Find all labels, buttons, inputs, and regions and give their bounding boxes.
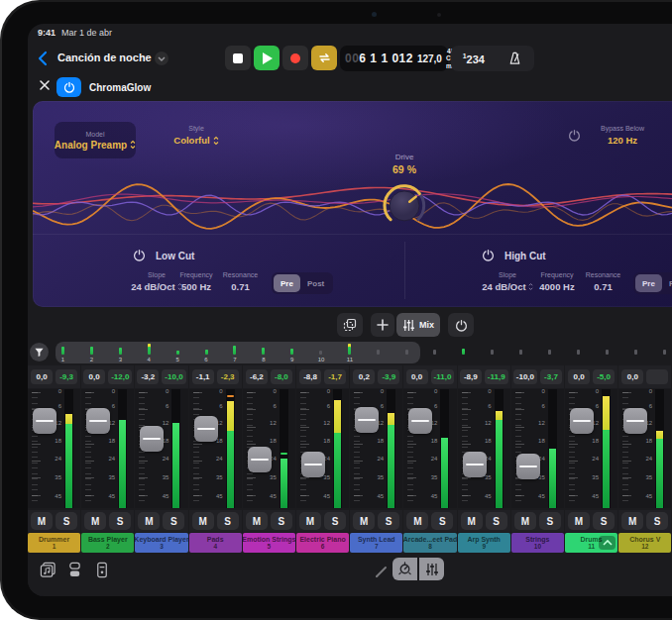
peak-chip[interactable]: -5,0	[593, 369, 615, 384]
bypass-below-control[interactable]: Bypass Below 120 Hz	[590, 125, 655, 146]
channel-name-label[interactable]: Arcade...eet Pad8	[403, 533, 456, 553]
mute-button[interactable]: M	[31, 512, 53, 530]
fader-handle[interactable]	[463, 452, 487, 477]
highcut-post-button[interactable]: Post	[662, 274, 672, 292]
solo-button[interactable]: S	[431, 512, 453, 530]
solo-button[interactable]: S	[378, 512, 399, 530]
fader-handle[interactable]	[570, 408, 594, 434]
fader-handle[interactable]	[194, 416, 218, 442]
fader-handle[interactable]	[408, 408, 432, 434]
project-menu-button[interactable]	[155, 52, 168, 65]
add-track-button[interactable]	[371, 313, 394, 337]
fader-handle[interactable]	[140, 426, 164, 452]
volume-chip[interactable]: -8,9	[460, 369, 482, 384]
plugins-button[interactable]	[64, 560, 84, 579]
peak-chip[interactable]: -2,3	[217, 369, 239, 384]
peak-chip[interactable]: -12,0	[108, 369, 132, 384]
plugin-power-button[interactable]	[56, 77, 81, 97]
solo-button[interactable]: S	[163, 512, 184, 530]
lowcut-resonance-control[interactable]: Resonance 0.71	[213, 271, 268, 292]
volume-chip[interactable]: 0,0	[406, 369, 428, 384]
volume-chip[interactable]: -1,1	[192, 369, 214, 384]
count-in-button[interactable]: 1234	[463, 52, 485, 65]
channel-name-label[interactable]: Strings10	[511, 533, 564, 553]
highcut-power-icon[interactable]	[482, 249, 495, 261]
pencil-icon[interactable]	[375, 565, 389, 578]
mute-button[interactable]: M	[461, 512, 483, 530]
lowcut-power-icon[interactable]	[133, 249, 146, 261]
navigator-visible-region[interactable]	[56, 342, 420, 363]
channel-name-label[interactable]: Arp Synth9	[458, 533, 510, 553]
solo-button[interactable]: S	[324, 512, 346, 530]
fader-handle[interactable]	[355, 407, 379, 433]
fader-handle[interactable]	[33, 408, 56, 434]
volume-chip[interactable]: -6,2	[246, 369, 268, 384]
mix-button[interactable]: Mix	[396, 313, 440, 337]
loops-browser-button[interactable]	[38, 560, 57, 579]
metronome-icon[interactable]	[507, 52, 522, 66]
mute-button[interactable]: M	[299, 512, 321, 530]
volume-chip[interactable]: 0,2	[353, 369, 375, 384]
fader-handle[interactable]	[248, 447, 272, 472]
channel-name-label[interactable]: Drummer1	[28, 533, 80, 553]
volume-chip[interactable]: -10,0	[513, 369, 537, 384]
expand-channel-button[interactable]	[599, 536, 616, 550]
mute-button[interactable]: M	[406, 512, 428, 530]
mute-button[interactable]: M	[568, 512, 590, 530]
peak-chip[interactable]: -1,7	[324, 369, 346, 384]
controls-view-button[interactable]	[392, 558, 417, 580]
filter-button[interactable]	[30, 343, 49, 362]
solo-button[interactable]: S	[593, 512, 615, 530]
mute-button[interactable]: M	[192, 512, 214, 530]
solo-button[interactable]: S	[217, 512, 239, 530]
highcut-pre-button[interactable]: Pre	[635, 274, 662, 292]
volume-chip[interactable]: 0,0	[621, 369, 643, 384]
record-button[interactable]	[282, 46, 308, 70]
channel-name-label[interactable]: Electric Piano6	[296, 533, 349, 553]
peak-chip[interactable]: -3,9	[378, 369, 399, 384]
volume-chip[interactable]: -3,2	[137, 369, 159, 384]
channel-name-label[interactable]: Emotion Strings5	[243, 533, 295, 553]
channel-name-label[interactable]: Keyboard Player3	[135, 533, 187, 553]
channel-name-label[interactable]: Pads4	[189, 533, 242, 553]
solo-button[interactable]: S	[486, 512, 507, 530]
channel-name-label[interactable]: Bass Player2	[81, 533, 134, 553]
style-selector[interactable]: Style Colorful	[137, 125, 256, 146]
solo-button[interactable]: S	[646, 512, 668, 530]
level-control[interactable]: Level 0.0	[659, 125, 672, 146]
lowcut-pre-button[interactable]: Pre	[274, 274, 300, 292]
channel-strip-button[interactable]	[92, 560, 112, 579]
peak-chip[interactable]: -11,9	[485, 369, 508, 384]
bypass-power-icon[interactable]	[568, 129, 581, 142]
mixer-power-button[interactable]	[448, 313, 474, 337]
peak-chip[interactable]: -3,7	[540, 369, 562, 384]
duplicate-button[interactable]	[337, 313, 363, 337]
mute-button[interactable]: M	[353, 512, 375, 530]
stop-button[interactable]	[225, 46, 251, 70]
model-selector[interactable]: Model Analog Preamp	[55, 122, 136, 158]
peak-chip[interactable]: -9,3	[56, 369, 77, 384]
fader-handle[interactable]	[623, 408, 647, 434]
play-button[interactable]	[254, 46, 280, 70]
peak-chip[interactable]: -8,0	[271, 369, 292, 384]
mute-button[interactable]: M	[246, 512, 268, 530]
faders-view-button[interactable]	[419, 558, 444, 580]
mute-button[interactable]: M	[514, 512, 536, 530]
solo-button[interactable]: S	[56, 512, 77, 530]
lowcut-post-button[interactable]: Post	[300, 274, 331, 292]
close-icon[interactable]	[39, 79, 51, 91]
mute-button[interactable]: M	[138, 512, 160, 530]
solo-button[interactable]: S	[539, 512, 561, 530]
lcd-display[interactable]: 006 1 1 012 127,0 4/4 C maj In Out MIDI	[340, 46, 448, 71]
fader-handle[interactable]	[516, 454, 540, 479]
fader-handle[interactable]	[301, 452, 325, 477]
project-title[interactable]: Canción de noche	[57, 52, 152, 63]
volume-chip[interactable]: -8,8	[299, 369, 321, 384]
mute-button[interactable]: M	[84, 512, 106, 530]
volume-chip[interactable]: 0,0	[568, 369, 590, 384]
mute-button[interactable]: M	[621, 512, 643, 530]
back-chevron-icon[interactable]	[38, 51, 48, 66]
solo-button[interactable]: S	[271, 512, 292, 530]
drive-knob[interactable]	[375, 174, 434, 234]
volume-chip[interactable]: 0,0	[31, 369, 53, 384]
